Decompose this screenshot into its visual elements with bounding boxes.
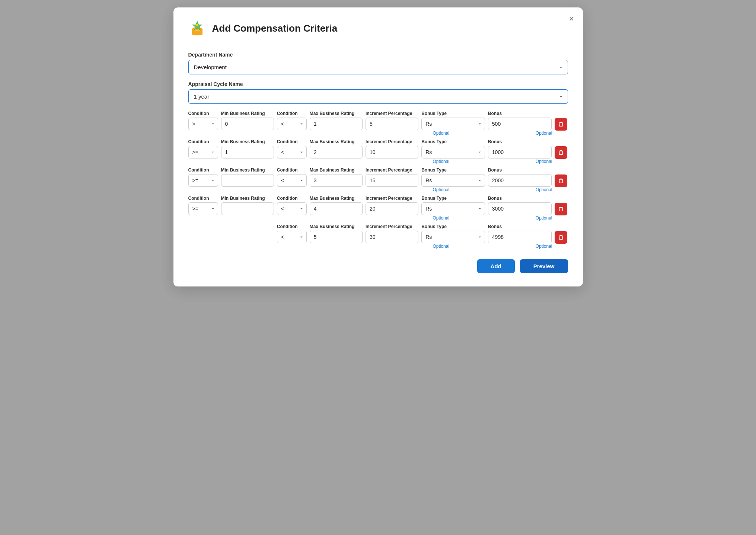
col-min-rating-3: Min Business Rating (221, 167, 274, 187)
col-max-rating-2: Max Business Rating (310, 139, 363, 158)
bonus-input-3[interactable] (488, 174, 552, 187)
optional-inc-3: Optional (397, 187, 449, 192)
col-label-min-rating: Min Business Rating (221, 111, 274, 116)
col-condition2-1: Condition > >= < <= (277, 111, 307, 130)
max-rating-input-3[interactable] (310, 174, 363, 187)
table-row: Condition > >= < <= Min Business Rating (188, 195, 568, 221)
col-label-max-rating-5: Max Business Rating (310, 224, 363, 229)
modal-overlay: Add Compensation Criteria × Department N… (0, 0, 756, 535)
col-label-condition2-2: Condition (277, 139, 307, 144)
col-max-rating-1: Max Business Rating (310, 111, 363, 130)
col-delete-2 (555, 139, 568, 159)
bonus-type-select-3[interactable]: Rs % (421, 174, 485, 187)
col-bonus-type-4: Bonus Type Rs % (421, 196, 485, 215)
col-label-inc-pct-3: Increment Percentage (366, 167, 418, 173)
max-rating-input-4[interactable] (310, 202, 363, 215)
criteria-section: Condition > >= < <= Min Business Rating (188, 110, 568, 249)
bonus-type-select-5[interactable]: Rs % (421, 231, 485, 243)
col-max-rating-5: Max Business Rating (310, 224, 363, 243)
svg-point-6 (196, 24, 198, 26)
optional-bonus-5: Optional (515, 244, 552, 249)
condition2-select-1[interactable]: > >= < <= (277, 118, 307, 130)
condition2-select-2[interactable]: > >= < <= (277, 146, 307, 158)
col-label-min-rating-2: Min Business Rating (221, 139, 274, 144)
col-min-rating-2: Min Business Rating (221, 139, 274, 158)
optional-row-2: Optional Optional (188, 159, 568, 164)
col-label-bonus-4: Bonus (488, 196, 552, 201)
col-label-max-rating-3: Max Business Rating (310, 167, 363, 173)
inc-pct-input-2[interactable] (366, 146, 418, 158)
col-label-inc-pct-4: Increment Percentage (366, 196, 418, 201)
col-condition-4: Condition > >= < <= (188, 196, 218, 215)
max-rating-input-5[interactable] (310, 231, 363, 243)
optional-inc-4: Optional (397, 215, 449, 221)
inc-pct-input-3[interactable] (366, 174, 418, 187)
appraisal-select[interactable]: 1 year (188, 89, 568, 104)
col-label-bonus-3: Bonus (488, 167, 552, 173)
inc-pct-input-4[interactable] (366, 202, 418, 215)
condition1-select-1[interactable]: > >= < <= (188, 118, 218, 130)
min-rating-input-2[interactable] (221, 146, 274, 158)
footer-buttons: Add Preview (188, 259, 568, 273)
delete-button-4[interactable] (555, 203, 567, 215)
col-condition2-5: Condition > >= < <= (277, 224, 307, 243)
modal-header: Add Compensation Criteria × (188, 19, 568, 44)
department-select[interactable]: Development (188, 60, 568, 74)
optional-bonus-1: Optional (515, 131, 552, 136)
col-max-rating-3: Max Business Rating (310, 167, 363, 187)
max-rating-input-2[interactable] (310, 146, 363, 158)
col-label-condition: Condition (188, 111, 218, 116)
col-bonus-type-2: Bonus Type Rs % (421, 139, 485, 158)
col-inc-pct-2: Increment Percentage (366, 139, 418, 158)
col-inc-pct-1: Increment Percentage (366, 111, 418, 130)
optional-row-3: Optional Optional (188, 187, 568, 192)
bonus-input-2[interactable] (488, 146, 552, 158)
min-rating-input-4[interactable] (221, 202, 274, 215)
department-group: Department Name Development (188, 52, 568, 74)
appraisal-label: Appraisal Cycle Name (188, 81, 568, 87)
close-button[interactable]: × (569, 15, 574, 23)
col-condition2-2: Condition > >= < <= (277, 139, 307, 158)
optional-bonus-4: Optional (515, 215, 552, 221)
bonus-type-select-1[interactable]: Rs % (421, 118, 485, 130)
delete-button-1[interactable] (555, 118, 567, 131)
condition1-select-3[interactable]: > >= < <= (188, 174, 218, 187)
bonus-input-1[interactable] (488, 118, 552, 130)
condition2-select-5[interactable]: > >= < <= (277, 231, 307, 243)
col-label-max-rating-2: Max Business Rating (310, 139, 363, 144)
modal: Add Compensation Criteria × Department N… (173, 7, 583, 286)
col-bonus-type-1: Bonus Type Rs % (421, 111, 485, 130)
condition2-select-3[interactable]: > >= < <= (277, 174, 307, 187)
col-max-rating-4: Max Business Rating (310, 196, 363, 215)
inc-pct-input-1[interactable] (366, 118, 418, 130)
trash-icon-2 (558, 150, 564, 156)
bonus-input-5[interactable] (488, 231, 552, 243)
col-bonus-type-3: Bonus Type Rs % (421, 167, 485, 187)
condition1-select-2[interactable]: > >= < <= (188, 146, 218, 158)
min-rating-input-1[interactable] (221, 118, 274, 130)
col-label-condition-4: Condition (188, 196, 218, 201)
bonus-type-select-2[interactable]: Rs % (421, 146, 485, 158)
optional-row-1: Optional Optional (188, 131, 568, 136)
bonus-input-4[interactable] (488, 202, 552, 215)
preview-button[interactable]: Preview (520, 259, 568, 273)
condition2-select-4[interactable]: > >= < <= (277, 202, 307, 215)
max-rating-input-1[interactable] (310, 118, 363, 130)
col-label-bonus-type: Bonus Type (421, 111, 485, 116)
inc-pct-input-5[interactable] (366, 231, 418, 243)
col-bonus-1: Bonus (488, 111, 552, 130)
min-rating-input-3[interactable] (221, 174, 274, 187)
optional-row-4: Optional Optional (188, 215, 568, 221)
table-row: Condition > >= < <= Max Business Rating (188, 224, 568, 249)
bonus-type-select-4[interactable]: Rs % (421, 202, 485, 215)
delete-button-3[interactable] (555, 174, 567, 187)
col-min-rating-1: Min Business Rating (221, 111, 274, 130)
col-label-bonus-5: Bonus (488, 224, 552, 229)
delete-button-5[interactable] (555, 231, 567, 244)
col-label-condition-2: Condition (188, 139, 218, 144)
condition1-select-4[interactable]: > >= < <= (188, 202, 218, 215)
col-label-bonus-type-5: Bonus Type (421, 224, 485, 229)
add-button[interactable]: Add (477, 259, 515, 273)
trash-icon (558, 121, 564, 127)
delete-button-2[interactable] (555, 146, 567, 159)
